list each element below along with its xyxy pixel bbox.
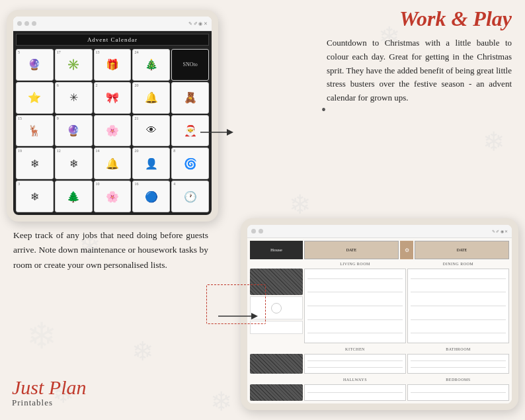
hallway-labels: HALLWAYS BEDROOMS	[250, 376, 509, 383]
planner-line	[307, 278, 403, 279]
sidebar-texture-bottom	[250, 354, 303, 374]
planner-line	[307, 292, 403, 292]
room-label-dining: DINING ROOM	[407, 261, 509, 267]
planner-line	[411, 278, 506, 279]
planner-line	[411, 392, 506, 393]
planner-line	[307, 333, 403, 333]
planner-line	[307, 306, 403, 306]
brand-name-line2: Printables	[12, 398, 87, 408]
annotation-arrow	[200, 122, 233, 142]
section-description: Countdown to Christmas with a little bau…	[327, 36, 512, 105]
toolbar-dot	[251, 229, 256, 233]
bullet-point: •	[321, 103, 326, 118]
bottom-left-text-block: Keep track of any jobs that need doing b…	[13, 228, 208, 273]
advent-cell: 🧸	[171, 82, 209, 114]
advent-cell: 17✳️	[55, 49, 93, 81]
kitchen-lines	[304, 354, 406, 374]
room-label-bedrooms: BEDROOMS	[407, 376, 509, 383]
advent-cell: 12❄	[55, 147, 93, 179]
room-label-bathroom: BATHROOM	[407, 346, 509, 353]
advent-cell: 🌸	[94, 115, 132, 147]
advent-cell: 21👁	[132, 115, 170, 147]
sidebar-texture-hallway	[250, 384, 303, 401]
room-labels-row: LIVING ROOM DINING ROOM	[250, 261, 509, 267]
toolbar-dot	[17, 21, 22, 26]
advent-cell: 10🌸	[94, 181, 132, 212]
bottom-room-labels: KITCHEN BATHROOM	[250, 346, 509, 353]
planner-main-grid	[250, 269, 509, 343]
toolbar-dot	[259, 229, 263, 233]
advent-cell: 5🔮	[16, 49, 54, 81]
advent-cell: 19❄	[16, 147, 54, 179]
tablet-toolbar: ✎ ✐ ◉ ✕	[13, 17, 212, 31]
planner-line	[307, 367, 403, 368]
dining-room-lines	[407, 269, 509, 343]
planner-date-1: DATE	[304, 241, 399, 259]
advent-cell: 6✳	[55, 82, 93, 114]
advent-title: Advent Calendar	[16, 34, 209, 46]
bottom-description: Keep track of any jobs that need doing b…	[13, 228, 208, 273]
advent-cell: ⭐	[16, 82, 54, 114]
svg-marker-1	[227, 129, 233, 136]
sidebar-gap	[250, 335, 303, 343]
bathroom-lines	[407, 354, 509, 374]
room-label-living: LIVING ROOM	[304, 261, 406, 267]
bedroom-lines	[407, 384, 509, 401]
tablet-planner: ✎ ✐ ◉ ✕ House DATE ⚙ DATE LIVING ROOM DI…	[241, 218, 518, 410]
planner-line	[307, 392, 403, 393]
room-label-hallways: HALLWAYS	[304, 376, 406, 383]
advent-cell: 24🎄	[132, 49, 170, 81]
advent-grid: 5🔮 17✳️ 13🎁 24🎄 SNOto ⭐ 6✳ 2🎀 20🔔 🧸 15🦌 …	[16, 49, 209, 212]
advent-cell: 🌲	[55, 181, 93, 212]
tablet-advent: ✎ ✐ ◉ ✕ Advent Calendar 5🔮 17✳️ 13🎁 24🎄 …	[7, 10, 218, 222]
planner-line	[411, 360, 506, 361]
advent-cell: 13🎁	[94, 49, 132, 81]
toolbar-dot	[32, 21, 36, 26]
advent-cell: 3❄	[16, 181, 54, 212]
advent-cell: 2🎀	[94, 82, 132, 114]
planner-header: House DATE ⚙ DATE	[250, 241, 509, 259]
advent-cell: 4🕐	[171, 181, 209, 212]
planner-line	[411, 292, 506, 292]
advent-content: Advent Calendar 5🔮 17✳️ 13🎁 24🎄 SNOto ⭐ …	[13, 31, 212, 215]
brand-logo: Just Plan Printables	[12, 378, 87, 408]
planner-line	[307, 360, 403, 361]
living-room-lines	[304, 269, 406, 343]
advent-cell: 16🔵	[132, 181, 170, 212]
advent-cell: 20👤	[132, 147, 170, 179]
advent-cell: 14🔔	[94, 147, 132, 179]
advent-cell: 9🔮	[55, 115, 93, 147]
brand-name-line1: Just Plan	[12, 378, 87, 398]
planner-house-label: House	[250, 241, 303, 259]
advent-cell: 20🔔	[132, 82, 170, 114]
planner-line	[411, 306, 506, 306]
planner-line	[411, 333, 506, 333]
section-title: Work & Play	[327, 7, 512, 31]
top-right-text-block: Work & Play Countdown to Christmas with …	[327, 7, 512, 105]
planner-line	[307, 319, 403, 320]
svg-marker-3	[251, 313, 258, 319]
toolbar-dot	[24, 21, 29, 26]
annotation-arrow-bottom	[218, 310, 258, 323]
advent-cell: SNOto	[171, 49, 209, 81]
tablet-toolbar-2: ✎ ✐ ◉ ✕	[247, 225, 512, 238]
planner-date-2: DATE	[415, 241, 509, 259]
hallway-lines	[304, 384, 406, 401]
planner-line	[411, 319, 506, 320]
advent-cell: 15🦌	[16, 115, 54, 147]
hallway-grid	[250, 384, 509, 401]
bottom-room-grid	[250, 354, 509, 374]
room-label-kitchen: KITCHEN	[304, 346, 406, 353]
planner-line	[411, 367, 506, 368]
planner-content: House DATE ⚙ DATE LIVING ROOM DINING ROO…	[247, 238, 512, 403]
advent-cell: 8🌀	[171, 147, 209, 179]
